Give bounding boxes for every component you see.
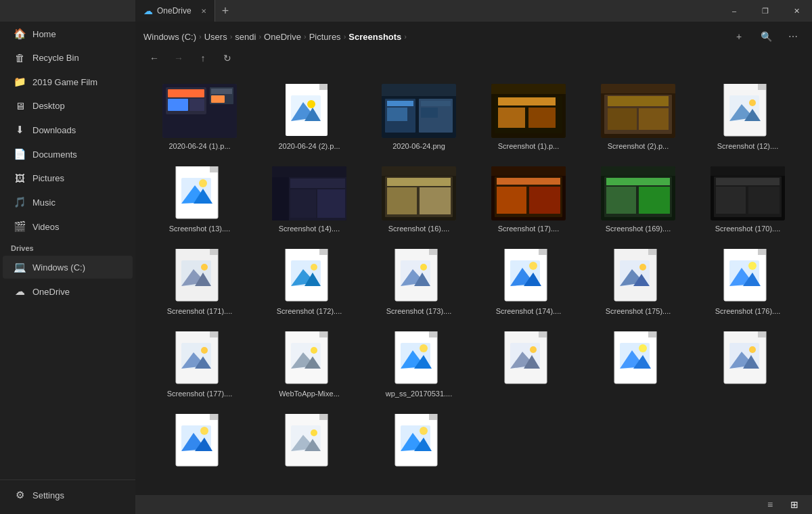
file-item-f16[interactable]: Screenshot (174)....	[475, 243, 582, 321]
sidebar-item-music[interactable]: 🎵 Music	[3, 191, 133, 214]
file-item-f24[interactable]	[694, 326, 801, 403]
svg-rect-3	[168, 99, 188, 111]
file-item-f4[interactable]: Screenshot (1).p...	[475, 78, 582, 156]
svg-rect-70	[639, 187, 670, 214]
file-thumb-f18	[710, 249, 785, 303]
sidebar-item-downloads[interactable]: ⬇ Downloads	[3, 118, 133, 141]
pictures-icon: 🖼	[14, 172, 26, 184]
tab-label: OneDrive	[157, 6, 191, 16]
svg-rect-68	[606, 178, 670, 185]
refresh-button[interactable]: ↻	[217, 49, 238, 68]
sidebar-item-onedrive[interactable]: ☁ OneDrive	[3, 280, 133, 303]
svg-point-82	[201, 264, 208, 271]
svg-rect-90	[429, 249, 437, 255]
search-button[interactable]: 🔍	[755, 27, 777, 46]
sidebar: 🏠 Home 🗑 Recycle Bin 📁 2019 Game Film 🖥 …	[0, 22, 135, 514]
file-item-f7[interactable]: Screenshot (13)....	[146, 161, 253, 238]
sidebar-item-pictures[interactable]: 🖼 Pictures	[3, 167, 133, 189]
file-item-f2[interactable]: 2020-06-24 (2).p...	[256, 78, 363, 156]
sidebar-item-documents[interactable]: 📄 Documents	[3, 143, 133, 166]
sidebar-item-settings[interactable]: ⚙ Settings	[3, 484, 133, 507]
sidebar-item-music-label: Music	[32, 197, 55, 208]
file-item-f23[interactable]	[585, 326, 692, 403]
svg-rect-2	[168, 89, 204, 97]
sidebar-item-windows-c[interactable]: 💻 Windows (C:)	[3, 256, 133, 279]
close-button[interactable]: ✕	[781, 0, 812, 22]
svg-point-118	[201, 347, 208, 354]
svg-point-124	[311, 347, 317, 354]
file-item-f5[interactable]: Screenshot (2).p...	[585, 78, 692, 156]
sidebar-item-desktop[interactable]: 🖥 Desktop	[3, 95, 133, 117]
file-item-f17[interactable]: Screenshot (175)....	[585, 243, 692, 321]
sidebar-item-home[interactable]: 🏠 Home	[3, 22, 133, 45]
svg-point-106	[639, 264, 646, 271]
breadcrumb-users[interactable]: Users	[204, 32, 227, 42]
file-item-f10[interactable]: Screenshot (17)....	[475, 161, 582, 238]
svg-rect-27	[528, 108, 556, 128]
breadcrumb-pictures[interactable]: Pictures	[309, 32, 341, 42]
svg-rect-47	[272, 166, 346, 177]
forward-button[interactable]: →	[168, 49, 189, 68]
svg-rect-9	[319, 84, 328, 90]
tab-close-button[interactable]: ✕	[201, 7, 206, 15]
file-name-f6: Screenshot (12)....	[710, 142, 785, 150]
recycle-bin-icon: 🗑	[14, 52, 26, 64]
active-tab[interactable]: ☁ OneDrive ✕	[135, 0, 215, 22]
svg-point-94	[420, 264, 427, 271]
svg-point-39	[749, 99, 756, 106]
sidebar-item-downloads-label: Downloads	[32, 125, 76, 135]
svg-rect-62	[497, 178, 560, 185]
file-grid-container[interactable]: 2020-06-24 (1).p...	[135, 72, 812, 495]
breadcrumb-onedrive[interactable]: OneDrive	[264, 32, 301, 42]
sidebar-item-recycle-bin[interactable]: 🗑 Recycle Bin	[3, 47, 133, 69]
main-layout: 🏠 Home 🗑 Recycle Bin 📁 2019 Game Film 🖥 …	[0, 22, 812, 514]
new-tab-button[interactable]: +	[215, 0, 236, 22]
file-item-f15[interactable]: Screenshot (173)....	[365, 243, 472, 321]
file-name-f11: Screenshot (169)....	[601, 225, 675, 233]
back-button[interactable]: ←	[143, 49, 165, 68]
minimize-button[interactable]: –	[719, 0, 750, 22]
file-item-f14[interactable]: Screenshot (172)....	[256, 243, 363, 321]
grid-view-button[interactable]: ⊞	[785, 496, 804, 513]
svg-rect-144	[758, 331, 766, 337]
svg-rect-52	[317, 189, 345, 218]
file-item-f22[interactable]	[475, 326, 582, 403]
sidebar-item-game-film[interactable]: 📁 2019 Game Film	[3, 70, 133, 93]
list-view-button[interactable]: ≡	[761, 496, 780, 513]
file-item-f27[interactable]	[365, 408, 472, 477]
file-item-f13[interactable]: Screenshot (171)....	[146, 243, 253, 321]
breadcrumb-windows-c[interactable]: Windows (C:)	[143, 32, 196, 42]
file-thumb-f20	[272, 331, 346, 386]
svg-rect-84	[319, 249, 328, 255]
file-item-f26[interactable]	[256, 408, 363, 477]
file-item-f3[interactable]: 2020-06-24.png	[365, 78, 472, 156]
videos-icon: 🎬	[14, 220, 26, 233]
file-item-f9[interactable]: Screenshot (16)....	[365, 161, 472, 238]
file-item-f1[interactable]: 2020-06-24 (1).p...	[146, 78, 253, 156]
up-button[interactable]: ↑	[192, 49, 214, 68]
file-thumb-f6	[710, 84, 785, 138]
file-item-f12[interactable]: Screenshot (170)....	[694, 161, 801, 238]
file-item-f8[interactable]: Screenshot (14)....	[256, 161, 363, 238]
breadcrumb-chevron-after: ›	[404, 32, 407, 41]
svg-rect-108	[758, 249, 766, 255]
sidebar-item-videos[interactable]: 🎬 Videos	[3, 215, 133, 238]
svg-rect-23	[491, 84, 566, 94]
breadcrumb-sendi[interactable]: sendi	[235, 32, 256, 42]
file-item-f6[interactable]: Screenshot (12)....	[694, 78, 801, 156]
file-item-f21[interactable]: wp_ss_20170531....	[365, 326, 472, 403]
add-button[interactable]: +	[728, 27, 750, 46]
more-options-button[interactable]: ⋯	[782, 27, 804, 46]
file-thumb-f17	[601, 249, 675, 303]
file-item-f11[interactable]: Screenshot (169)....	[585, 161, 692, 238]
address-bar: Windows (C:) › Users › sendi › OneDrive …	[135, 22, 812, 46]
maximize-button[interactable]: ❐	[750, 0, 781, 22]
file-item-f25[interactable]	[146, 408, 253, 477]
file-item-f18[interactable]: Screenshot (176)....	[694, 243, 801, 321]
sidebar-item-pictures-label: Pictures	[32, 173, 64, 183]
file-item-f20[interactable]: WebToApp-Mixe...	[256, 326, 363, 403]
file-thumb-f25	[162, 414, 237, 468]
svg-point-88	[311, 264, 317, 271]
file-item-f19[interactable]: Screenshot (177)....	[146, 326, 253, 403]
toolbar: ← → ↑ ↻	[135, 46, 812, 72]
